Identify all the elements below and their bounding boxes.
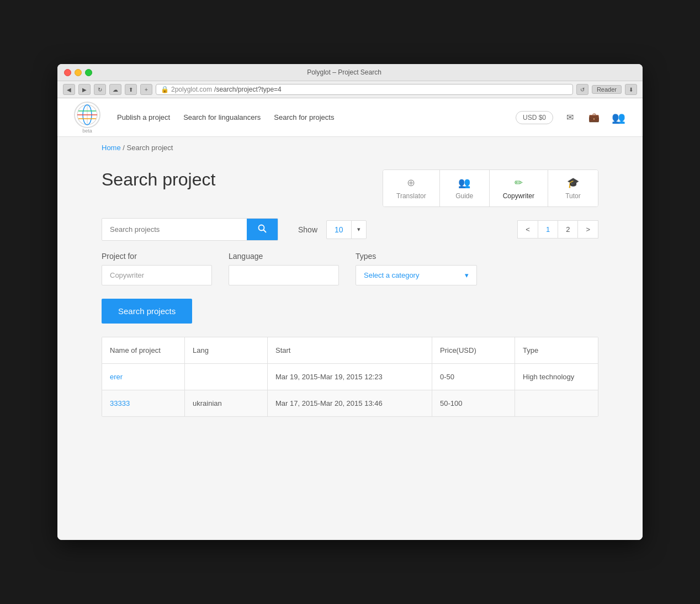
- table-row: 33333 ukrainian Mar 17, 2015-Mar 20, 201…: [102, 390, 598, 416]
- usd-button[interactable]: USD $0: [516, 111, 553, 124]
- add-tab-button[interactable]: +: [140, 84, 152, 95]
- row2-type: [515, 390, 598, 416]
- row1-name[interactable]: erer: [102, 364, 185, 390]
- types-select[interactable]: Select a category ▾: [356, 265, 477, 285]
- show-select: 10 ▾: [326, 220, 367, 239]
- page-content: beta Publish a project Search for lingua…: [57, 98, 643, 540]
- results-table: Name of project Lang Start Price(USD) Ty…: [102, 337, 598, 417]
- download-button[interactable]: ⬇: [625, 84, 637, 95]
- users-icon[interactable]: 👥: [611, 110, 626, 125]
- th-price: Price(USD): [432, 337, 515, 363]
- table-row: erer Mar 19, 2015-Mar 19, 2015 12:23 0-5…: [102, 364, 598, 390]
- site-header: beta Publish a project Search for lingua…: [57, 98, 643, 137]
- search-projects-button[interactable]: Search projects: [102, 299, 192, 324]
- header-right: USD $0 ✉ 💼 👥: [516, 110, 626, 125]
- row2-name[interactable]: 33333: [102, 390, 185, 416]
- search-input-group: [102, 218, 278, 241]
- nav-publish[interactable]: Publish a project: [117, 113, 170, 121]
- types-label: Types: [356, 252, 477, 261]
- refresh-button[interactable]: ↻: [94, 84, 106, 95]
- row2-lang: ukrainian: [185, 390, 268, 416]
- types-dropdown-icon: ▾: [465, 271, 469, 279]
- copywriter-icon: ✏: [515, 177, 523, 189]
- nav-links: Publish a project Search for lingualance…: [117, 113, 499, 121]
- row1-start: Mar 19, 2015-Mar 19, 2015 12:23: [268, 364, 432, 390]
- guide-icon: 👥: [458, 177, 470, 189]
- share-button[interactable]: ⬆: [125, 84, 137, 95]
- address-bar[interactable]: 🔒 2polyglot.com/search/project?type=4: [156, 84, 573, 95]
- svg-line-7: [264, 230, 266, 232]
- row2-start: Mar 17, 2015-Mar 20, 2015 13:46: [268, 390, 432, 416]
- breadcrumb: Home / Search project: [57, 137, 643, 158]
- types-placeholder: Select a category: [364, 271, 419, 279]
- table-header: Name of project Lang Start Price(USD) Ty…: [102, 337, 598, 364]
- language-label: Language: [229, 252, 339, 261]
- tab-copywriter[interactable]: ✏ Copywriter: [490, 170, 548, 206]
- project-for-filter: Project for: [102, 252, 212, 285]
- browser-titlebar: Polyglot – Project Search: [57, 64, 643, 81]
- tab-tutor-label: Tutor: [565, 192, 581, 200]
- breadcrumb-current: Search project: [127, 144, 173, 152]
- search-icon-button[interactable]: [247, 219, 278, 240]
- logo: [74, 102, 100, 128]
- search-row: Show 10 ▾ < 1 2 >: [102, 218, 598, 241]
- search-header-row: Search project ⊕ Translator 👥 Guide ✏ Co…: [102, 169, 598, 207]
- back-button[interactable]: ◀: [63, 84, 75, 95]
- row1-lang: [185, 364, 268, 390]
- browser-toolbar: ◀ ▶ ↻ ☁ ⬆ + 🔒 2polyglot.com/search/proje…: [57, 81, 643, 98]
- show-value: 10: [327, 221, 352, 239]
- breadcrumb-separator: /: [123, 144, 125, 152]
- reload-button[interactable]: ↺: [576, 84, 588, 95]
- row1-type: High technology: [515, 364, 598, 390]
- nav-lingualancers[interactable]: Search for lingualancers: [183, 113, 261, 121]
- th-lang: Lang: [185, 337, 268, 363]
- pagination-next[interactable]: >: [577, 220, 598, 239]
- row2-price: 50-100: [432, 390, 515, 416]
- browser-title: Polyglot – Project Search: [57, 68, 636, 76]
- browser-window: Polyglot – Project Search ◀ ▶ ↻ ☁ ⬆ + 🔒 …: [57, 64, 643, 540]
- nav-projects[interactable]: Search for projects: [274, 113, 334, 121]
- show-dropdown-button[interactable]: ▾: [352, 221, 366, 239]
- pagination-page-2[interactable]: 2: [558, 220, 577, 239]
- search-input[interactable]: [102, 219, 247, 240]
- pagination-prev[interactable]: <: [517, 220, 538, 239]
- project-for-input[interactable]: [102, 265, 212, 285]
- tab-guide[interactable]: 👥 Guide: [440, 170, 490, 206]
- briefcase-icon[interactable]: 💼: [586, 110, 602, 125]
- category-tabs: ⊕ Translator 👥 Guide ✏ Copywriter 🎓 Tuto…: [383, 169, 598, 207]
- language-input[interactable]: [229, 265, 339, 285]
- tab-copywriter-label: Copywriter: [503, 192, 534, 200]
- tab-tutor[interactable]: 🎓 Tutor: [548, 170, 598, 206]
- page-title: Search project: [102, 169, 215, 190]
- beta-label: beta: [82, 128, 92, 134]
- filters-row: Project for Language Types Select a cate…: [102, 252, 598, 285]
- breadcrumb-home[interactable]: Home: [102, 144, 121, 152]
- reader-button[interactable]: Reader: [592, 85, 622, 94]
- main-content: Search project ⊕ Translator 👥 Guide ✏ Co…: [57, 158, 643, 433]
- address-url-prefix: 2polyglot.com: [171, 86, 212, 93]
- th-start: Start: [268, 337, 432, 363]
- project-for-label: Project for: [102, 252, 212, 261]
- th-name: Name of project: [102, 337, 185, 363]
- pagination-page-1[interactable]: 1: [538, 220, 558, 239]
- messages-icon[interactable]: ✉: [562, 110, 577, 125]
- translator-icon: ⊕: [407, 177, 415, 189]
- pagination: < 1 2 >: [517, 220, 598, 239]
- row1-price: 0-50: [432, 364, 515, 390]
- language-filter: Language: [229, 252, 339, 285]
- logo-area: beta: [74, 102, 100, 134]
- tab-translator-label: Translator: [396, 192, 426, 200]
- tutor-icon: 🎓: [567, 177, 579, 189]
- show-label: Show: [298, 225, 317, 234]
- cloud-button[interactable]: ☁: [109, 84, 121, 95]
- address-url-path: /search/project?type=4: [214, 86, 282, 93]
- tab-guide-label: Guide: [455, 192, 473, 200]
- forward-button[interactable]: ▶: [78, 84, 91, 95]
- types-filter: Types Select a category ▾: [356, 252, 477, 285]
- th-type: Type: [515, 337, 598, 363]
- tab-translator[interactable]: ⊕ Translator: [383, 170, 440, 206]
